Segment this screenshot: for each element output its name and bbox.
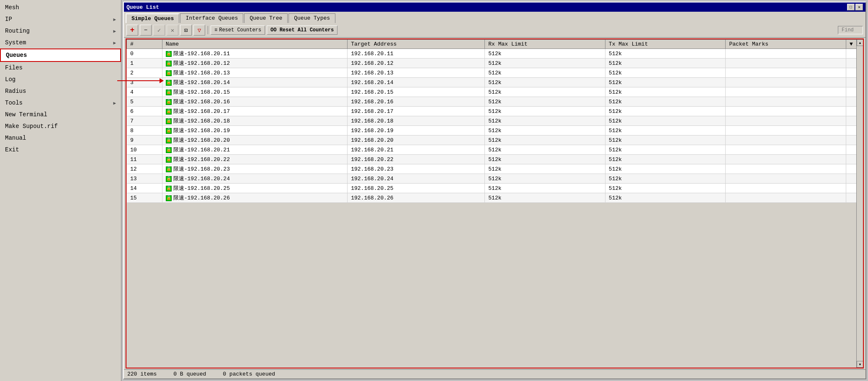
separator (208, 26, 208, 34)
cell-tx: 512k (605, 78, 726, 87)
sidebar-item-radius[interactable]: Radius (0, 85, 121, 97)
table-row[interactable]: 5 限速-192.168.20.16 192.168.20.16 512k 51… (127, 97, 863, 107)
sidebar-item-new-terminal[interactable]: New Terminal (0, 109, 121, 120)
sidebar-label: Routing (5, 28, 30, 34)
cell-tx: 512k (605, 107, 726, 116)
table-row[interactable]: 14 限速-192.168.20.25 192.168.20.25 512k 5… (127, 184, 863, 193)
cell-num: 11 (127, 155, 162, 164)
sidebar-item-files[interactable]: Files (0, 62, 121, 74)
cell-name: 限速-192.168.20.21 (162, 145, 347, 155)
tab-queue-tree[interactable]: Queue Tree (244, 13, 288, 23)
cell-rx: 512k (485, 155, 605, 164)
sidebar-item-tools[interactable]: Tools▶ (0, 97, 121, 109)
cell-name: 限速-192.168.20.20 (162, 136, 347, 145)
col-header-marks: Packet Marks (726, 40, 846, 49)
cell-target: 192.168.20.24 (348, 174, 485, 184)
window-title: Queue List (126, 4, 159, 10)
cell-marks (726, 78, 846, 87)
table-header-row: # Name Target Address Rx Max Limit Tx Ma… (127, 40, 863, 49)
tab-simple-queues[interactable]: Simple Queues (126, 13, 179, 23)
table-row[interactable]: 9 限速-192.168.20.20 192.168.20.20 512k 51… (127, 136, 863, 145)
cell-target: 192.168.20.11 (348, 49, 485, 59)
sidebar-item-routing[interactable]: Routing▶ (0, 25, 121, 37)
cell-tx: 512k (605, 68, 726, 78)
cell-marks (726, 59, 846, 68)
sidebar-item-manual[interactable]: Manual (0, 132, 121, 144)
table-row[interactable]: 6 限速-192.168.20.17 192.168.20.17 512k 51… (127, 107, 863, 116)
sidebar-item-system[interactable]: System▶ (0, 37, 121, 49)
cell-tx: 512k (605, 174, 726, 184)
cell-num: 2 (127, 68, 162, 78)
cell-tx: 512k (605, 49, 726, 59)
red-arrow (117, 80, 163, 81)
reset-counters-button[interactable]: ≡ Reset Counters (211, 26, 265, 35)
dropdown-icon[interactable]: ▼ (850, 41, 853, 47)
tab-bar: Simple QueuesInterface QueuesQueue TreeQ… (124, 12, 865, 23)
sidebar-label: Files (5, 64, 23, 71)
table-row[interactable]: 8 限速-192.168.20.19 192.168.20.19 512k 51… (127, 126, 863, 136)
sidebar-label: Exit (5, 146, 19, 153)
table-row[interactable]: 0 限速-192.168.20.11 192.168.20.11 512k 51… (127, 49, 863, 59)
sidebar-item-mesh[interactable]: Mesh (0, 2, 121, 13)
window-titlebar: Queue List □ ✕ (124, 3, 865, 12)
col-header-target: Target Address (348, 40, 485, 49)
queue-active-icon (166, 138, 172, 143)
cell-num: 6 (127, 107, 162, 116)
queue-active-icon (166, 61, 172, 66)
sidebar-item-log[interactable]: Log (0, 74, 121, 85)
scroll-down-button[interactable]: ▼ (857, 361, 863, 368)
copy-button[interactable]: ⊡ (180, 25, 192, 36)
table-row[interactable]: 15 限速-192.168.20.26 192.168.20.26 512k 5… (127, 193, 863, 203)
sidebar-label: Make Supout.rif (5, 123, 58, 130)
table-row[interactable]: 3 限速-192.168.20.14 192.168.20.14 512k 51… (127, 78, 863, 87)
queue-table-container: # Name Target Address Rx Max Limit Tx Ma… (126, 38, 864, 368)
table-row[interactable]: 1 限速-192.168.20.12 192.168.20.12 512k 51… (127, 59, 863, 68)
remove-button[interactable]: − (140, 25, 152, 36)
scroll-up-button[interactable]: ▲ (857, 39, 863, 46)
sidebar-item-exit[interactable]: Exit (0, 144, 121, 156)
find-input[interactable] (838, 26, 863, 34)
cross-button[interactable]: ✕ (167, 25, 178, 36)
queue-active-icon (166, 80, 172, 86)
cell-name: 限速-192.168.20.18 (162, 116, 347, 126)
cell-tx: 512k (605, 155, 726, 164)
cell-num: 1 (127, 59, 162, 68)
reset-counters-icon: ≡ (214, 27, 217, 33)
cell-rx: 512k (485, 126, 605, 136)
sidebar-label: New Terminal (5, 111, 47, 118)
table-row[interactable]: 12 限速-192.168.20.23 192.168.20.23 512k 5… (127, 164, 863, 174)
cell-target: 192.168.20.22 (348, 155, 485, 164)
queue-active-icon (166, 70, 172, 76)
table-row[interactable]: 7 限速-192.168.20.18 192.168.20.18 512k 51… (127, 116, 863, 126)
cell-marks (726, 164, 846, 174)
tab-interface-queues[interactable]: Interface Queues (180, 13, 243, 23)
table-row[interactable]: 4 限速-192.168.20.15 192.168.20.15 512k 51… (127, 87, 863, 97)
sidebar: MeshIP▶Routing▶System▶QueuesFilesLogRadi… (0, 0, 121, 381)
table-row[interactable]: 10 限速-192.168.20.21 192.168.20.21 512k 5… (127, 145, 863, 155)
sidebar-item-queues[interactable]: Queues (0, 49, 121, 62)
sidebar-item-ip[interactable]: IP▶ (0, 13, 121, 25)
queue-table: # Name Target Address Rx Max Limit Tx Ma… (126, 39, 863, 203)
sidebar-label: Mesh (5, 4, 19, 11)
sidebar-label: Radius (5, 88, 26, 95)
submenu-arrow-icon: ▶ (113, 40, 116, 46)
filter-button[interactable]: ▽ (193, 25, 205, 36)
check-button[interactable]: ✓ (153, 25, 165, 36)
cell-marks (726, 87, 846, 97)
table-scroll[interactable]: # Name Target Address Rx Max Limit Tx Ma… (126, 39, 863, 368)
table-row[interactable]: 2 限速-192.168.20.13 192.168.20.13 512k 51… (127, 68, 863, 78)
sidebar-label: IP (5, 16, 12, 23)
reset-all-counters-button[interactable]: OO Reset All Counters (267, 26, 337, 35)
cell-rx: 512k (485, 59, 605, 68)
table-row[interactable]: 13 限速-192.168.20.24 192.168.20.24 512k 5… (127, 174, 863, 184)
window-minimize-button[interactable]: □ (847, 4, 855, 10)
add-button[interactable]: + (126, 25, 138, 36)
col-header-rx: Rx Max Limit (485, 40, 605, 49)
cell-rx: 512k (485, 78, 605, 87)
tab-queue-types[interactable]: Queue Types (288, 13, 335, 23)
window-close-button[interactable]: ✕ (855, 4, 863, 10)
sidebar-item-make-supout.rif[interactable]: Make Supout.rif (0, 120, 121, 132)
cell-name: 限速-192.168.20.23 (162, 164, 347, 174)
cell-rx: 512k (485, 116, 605, 126)
table-row[interactable]: 11 限速-192.168.20.22 192.168.20.22 512k 5… (127, 155, 863, 164)
